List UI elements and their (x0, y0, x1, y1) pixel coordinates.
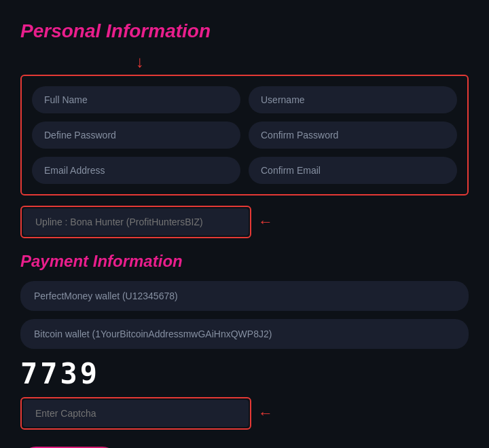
arrow-right-icon: ← (258, 213, 273, 231)
perfectmoney-input[interactable] (20, 281, 469, 311)
personal-info-section (20, 75, 469, 195)
captcha-arrow-icon: ← (258, 405, 273, 422)
bitcoin-input[interactable] (20, 319, 469, 349)
captcha-number: 7739 (20, 357, 469, 390)
confirm-email-input[interactable] (249, 157, 457, 184)
payment-section-title: Payment Information (20, 252, 469, 271)
captcha-row: ← (20, 397, 469, 430)
email-address-input[interactable] (32, 157, 240, 184)
upline-input-wrapper (20, 206, 251, 238)
confirm-password-input[interactable] (249, 122, 457, 149)
arrow-down-icon: ↓ (136, 52, 469, 71)
captcha-input[interactable] (23, 400, 249, 427)
page-title: Personal Information (20, 20, 469, 42)
captcha-input-wrapper (20, 397, 251, 430)
upline-input[interactable] (23, 208, 249, 236)
full-name-input[interactable] (32, 86, 240, 113)
perfectmoney-wrapper (20, 281, 469, 311)
username-input[interactable] (249, 86, 457, 113)
upline-row: ← (20, 206, 469, 238)
bitcoin-wrapper (20, 319, 469, 349)
define-password-input[interactable] (32, 122, 240, 149)
